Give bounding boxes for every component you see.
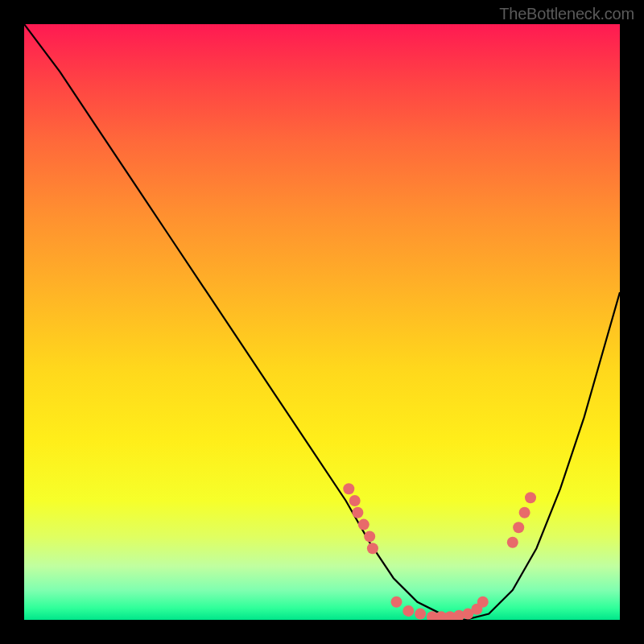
data-marker bbox=[367, 543, 378, 554]
data-marker bbox=[349, 495, 361, 506]
data-marker bbox=[402, 605, 414, 617]
marker-group bbox=[343, 483, 536, 620]
data-marker bbox=[477, 597, 489, 608]
data-marker bbox=[352, 507, 363, 518]
data-marker bbox=[364, 530, 375, 542]
data-marker bbox=[513, 522, 524, 533]
data-marker bbox=[507, 537, 518, 548]
plot-area bbox=[24, 24, 620, 620]
data-marker bbox=[519, 507, 530, 518]
data-marker bbox=[415, 609, 426, 620]
data-marker bbox=[391, 597, 402, 608]
chart-svg bbox=[24, 24, 620, 620]
watermark-text: TheBottleneck.com bbox=[499, 5, 634, 23]
chart-container: TheBottleneck.com bbox=[0, 0, 644, 644]
data-marker bbox=[343, 483, 354, 494]
data-marker bbox=[358, 519, 369, 530]
bottleneck-curve bbox=[24, 24, 620, 620]
data-marker bbox=[525, 492, 536, 503]
